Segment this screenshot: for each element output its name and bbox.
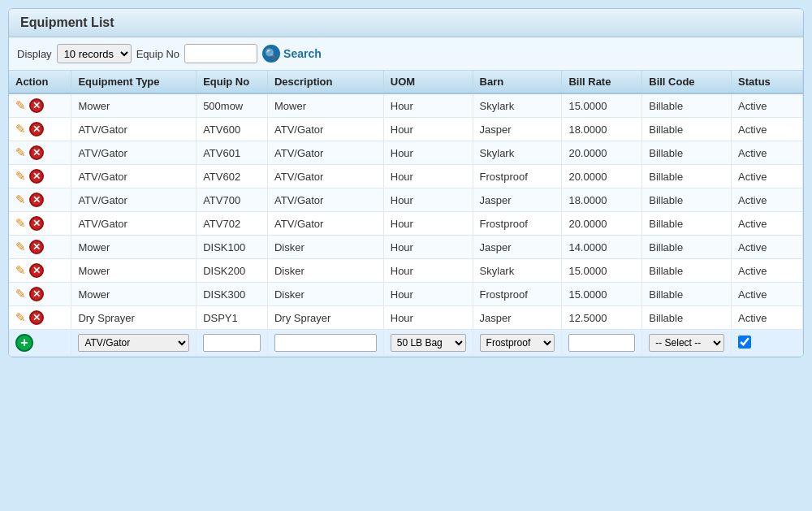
add-billrate-input[interactable] bbox=[568, 334, 635, 352]
search-button[interactable]: 🔍 Search bbox=[262, 45, 322, 63]
edit-icon[interactable]: ✎ bbox=[15, 122, 26, 136]
type-cell: ATV/Gator bbox=[71, 212, 197, 236]
uom-cell: Hour bbox=[383, 141, 473, 165]
table-row: ✎ ✕ Mower500mowMowerHourSkylark15.0000Bi… bbox=[9, 93, 803, 118]
delete-icon[interactable]: ✕ bbox=[29, 193, 44, 207]
table-row: ✎ ✕ Dry SprayerDSPY1Dry SprayerHourJaspe… bbox=[9, 306, 803, 330]
page-wrapper: Equipment List Display 10 records 25 rec… bbox=[0, 0, 812, 511]
description-cell: Disker bbox=[267, 259, 383, 283]
description-cell: Disker bbox=[267, 283, 383, 306]
add-type-select[interactable]: ATV/GatorMowerDry SprayerSprayer bbox=[78, 334, 189, 352]
description-cell: ATV/Gator bbox=[267, 141, 383, 165]
bill-code-cell: Billable bbox=[642, 212, 732, 236]
equip-no-label: Equip No bbox=[136, 48, 179, 60]
edit-icon[interactable]: ✎ bbox=[15, 98, 26, 113]
col-header-description: Description bbox=[267, 71, 383, 93]
edit-icon[interactable]: ✎ bbox=[15, 263, 26, 278]
barn-cell: Skylark bbox=[473, 93, 562, 118]
type-cell: Mower bbox=[71, 236, 197, 259]
action-cell: ✎ ✕ bbox=[9, 259, 71, 283]
add-barn-select[interactable]: FrostproofJasperSkylark bbox=[480, 334, 555, 352]
uom-cell: Hour bbox=[383, 93, 473, 118]
edit-icon[interactable]: ✎ bbox=[15, 145, 26, 160]
equip-no-input[interactable] bbox=[184, 44, 257, 63]
add-equip-input[interactable] bbox=[203, 334, 261, 352]
col-header-billrate: Bill Rate bbox=[562, 71, 642, 93]
delete-icon[interactable]: ✕ bbox=[29, 145, 44, 160]
delete-icon[interactable]: ✕ bbox=[29, 98, 44, 113]
col-header-status: Status bbox=[732, 71, 803, 93]
edit-icon[interactable]: ✎ bbox=[15, 193, 26, 207]
bill-rate-cell: 18.0000 bbox=[562, 118, 642, 141]
delete-icon[interactable]: ✕ bbox=[29, 310, 44, 325]
status-cell: Active bbox=[732, 141, 803, 165]
main-panel: Equipment List Display 10 records 25 rec… bbox=[8, 8, 804, 357]
status-cell: Active bbox=[732, 93, 803, 118]
add-status-cell bbox=[732, 330, 803, 357]
edit-icon[interactable]: ✎ bbox=[15, 310, 26, 325]
add-type-cell: ATV/GatorMowerDry SprayerSprayer bbox=[71, 330, 197, 357]
equip-no-cell: DISK100 bbox=[197, 236, 268, 259]
status-cell: Active bbox=[732, 212, 803, 236]
bill-code-cell: Billable bbox=[642, 283, 732, 306]
table-row: ✎ ✕ ATV/GatorATV601ATV/GatorHourSkylark2… bbox=[9, 141, 803, 165]
action-cell: ✎ ✕ bbox=[9, 93, 71, 118]
add-status-checkbox[interactable] bbox=[738, 336, 751, 349]
description-cell: ATV/Gator bbox=[267, 118, 383, 141]
bill-code-cell: Billable bbox=[642, 306, 732, 330]
status-cell: Active bbox=[732, 306, 803, 330]
add-icon[interactable]: + bbox=[15, 334, 33, 352]
type-cell: Mower bbox=[71, 93, 197, 118]
display-select[interactable]: 10 records 25 records 50 records All rec… bbox=[57, 44, 132, 63]
bill-code-cell: Billable bbox=[642, 118, 732, 141]
bill-code-cell: Billable bbox=[642, 236, 732, 259]
type-cell: ATV/Gator bbox=[71, 165, 197, 188]
bill-code-cell: Billable bbox=[642, 259, 732, 283]
col-header-equip: Equip No bbox=[197, 71, 268, 93]
uom-cell: Hour bbox=[383, 165, 473, 188]
description-cell: Dry Sprayer bbox=[267, 306, 383, 330]
bill-code-cell: Billable bbox=[642, 93, 732, 118]
equip-no-cell: DISK300 bbox=[197, 283, 268, 306]
edit-icon[interactable]: ✎ bbox=[15, 287, 26, 301]
delete-icon[interactable]: ✕ bbox=[29, 216, 44, 231]
display-label: Display bbox=[17, 48, 52, 60]
table-row: ✎ ✕ MowerDISK100DiskerHourJasper14.0000B… bbox=[9, 236, 803, 259]
panel-header: Equipment List bbox=[9, 9, 803, 37]
status-cell: Active bbox=[732, 259, 803, 283]
bill-rate-cell: 12.5000 bbox=[562, 306, 642, 330]
barn-cell: Jasper bbox=[473, 188, 562, 212]
action-cell: ✎ ✕ bbox=[9, 236, 71, 259]
delete-icon[interactable]: ✕ bbox=[29, 169, 44, 184]
delete-icon[interactable]: ✕ bbox=[29, 122, 44, 136]
action-cell: ✎ ✕ bbox=[9, 165, 71, 188]
delete-icon[interactable]: ✕ bbox=[29, 263, 44, 278]
edit-icon[interactable]: ✎ bbox=[15, 216, 26, 231]
bill-rate-cell: 20.0000 bbox=[562, 212, 642, 236]
barn-cell: Frostproof bbox=[473, 283, 562, 306]
add-desc-input[interactable] bbox=[274, 334, 377, 352]
add-uom-select[interactable]: 50 LB BagHourEach bbox=[391, 334, 466, 352]
delete-icon[interactable]: ✕ bbox=[29, 287, 44, 301]
bill-rate-cell: 15.0000 bbox=[562, 283, 642, 306]
delete-icon[interactable]: ✕ bbox=[29, 240, 44, 254]
equipment-table: Action Equipment Type Equip No Descripti… bbox=[9, 71, 803, 357]
col-header-barn: Barn bbox=[473, 71, 562, 93]
bill-rate-cell: 15.0000 bbox=[562, 93, 642, 118]
action-cell: ✎ ✕ bbox=[9, 306, 71, 330]
edit-icon[interactable]: ✎ bbox=[15, 240, 26, 254]
edit-icon[interactable]: ✎ bbox=[15, 169, 26, 184]
action-cell: ✎ ✕ bbox=[9, 212, 71, 236]
table-row: ✎ ✕ ATV/GatorATV702ATV/GatorHourFrostpro… bbox=[9, 212, 803, 236]
equip-no-cell: ATV702 bbox=[197, 212, 268, 236]
add-billcode-select[interactable]: -- Select --BillableNon-Billable bbox=[649, 334, 724, 352]
add-desc-cell bbox=[267, 330, 383, 357]
status-cell: Active bbox=[732, 165, 803, 188]
bill-code-cell: Billable bbox=[642, 141, 732, 165]
action-cell: ✎ ✕ bbox=[9, 188, 71, 212]
uom-cell: Hour bbox=[383, 212, 473, 236]
type-cell: Dry Sprayer bbox=[71, 306, 197, 330]
equip-no-cell: ATV600 bbox=[197, 118, 268, 141]
barn-cell: Frostproof bbox=[473, 165, 562, 188]
status-cell: Active bbox=[732, 283, 803, 306]
